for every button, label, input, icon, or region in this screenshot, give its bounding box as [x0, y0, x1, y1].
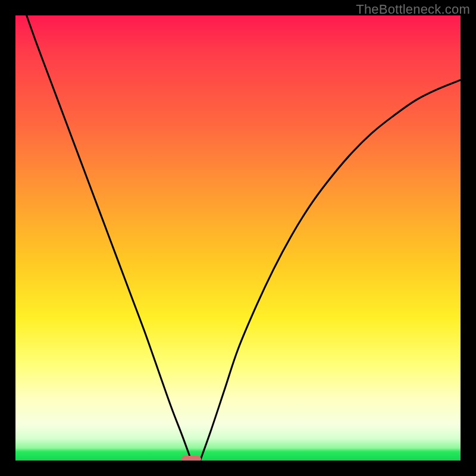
watermark-text: TheBottleneck.com [356, 2, 470, 17]
bottleneck-curve [15, 15, 461, 461]
curve-right-branch [200, 80, 461, 461]
plot-area [15, 15, 461, 461]
chart-frame: TheBottleneck.com [0, 0, 476, 476]
curve-left-branch [27, 15, 192, 461]
minimum-marker [181, 456, 202, 461]
